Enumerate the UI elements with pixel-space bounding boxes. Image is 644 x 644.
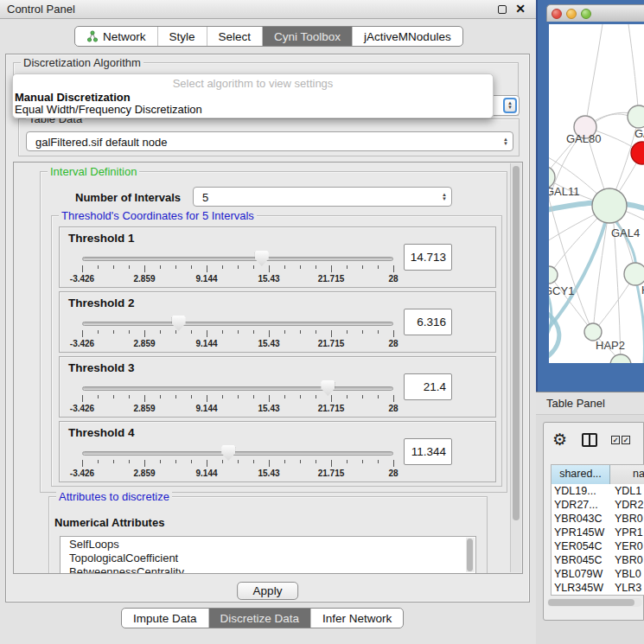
table-cell[interactable]: YER0 xyxy=(610,539,644,553)
tick-mark xyxy=(98,330,99,334)
table-row[interactable]: YBL079WYBL0 xyxy=(552,567,644,581)
slider-thumb[interactable] xyxy=(172,316,186,331)
tab-style[interactable]: Style xyxy=(157,27,207,46)
slider-track[interactable] xyxy=(82,451,393,456)
table-row[interactable]: YLR345WYLR3 xyxy=(552,581,644,595)
table-cell[interactable]: YBR0 xyxy=(610,553,644,567)
dropdown-option-equal-width[interactable]: Equal Width/Frequency Discretization xyxy=(15,103,202,116)
tab-jactivemnodules[interactable]: jActiveMNodules xyxy=(352,27,462,46)
table-cell[interactable]: YDR27... xyxy=(552,498,610,512)
table-cell[interactable]: YER054C xyxy=(552,539,610,553)
network-node[interactable] xyxy=(631,142,644,164)
checkbox-icon[interactable]: ✓ xyxy=(611,436,620,444)
table-row[interactable]: YBR045CYBR0 xyxy=(552,553,644,567)
threshold-slider[interactable]: -3.426 2.859 9.144 15.43 21.715 28 xyxy=(82,386,393,418)
settings-scrollbar[interactable] xyxy=(510,163,521,572)
tab-impute-data[interactable]: Impute Data xyxy=(122,609,208,628)
table-cell[interactable]: YDL19... xyxy=(552,484,610,498)
table-cell[interactable]: YDL1 xyxy=(610,484,644,498)
tick-mark xyxy=(331,460,332,467)
slider-thumb[interactable] xyxy=(221,445,235,461)
table-cell[interactable]: YLR345W xyxy=(552,581,610,595)
spinner-icon[interactable]: ▲ ▼ xyxy=(442,193,447,201)
table-cell[interactable]: YPR1 xyxy=(610,526,644,539)
spinner-icon[interactable]: ▲ ▼ xyxy=(503,137,508,146)
network-node[interactable] xyxy=(624,263,644,285)
network-node[interactable] xyxy=(628,105,644,128)
table-h-scrollbar[interactable] xyxy=(547,598,642,607)
table-cell[interactable]: YBR0 xyxy=(610,512,644,526)
slider-track[interactable] xyxy=(82,386,393,391)
scrollbar-thumb[interactable] xyxy=(513,166,520,520)
table-cell[interactable]: YIL0 xyxy=(610,595,644,596)
minimize-traffic-light-icon[interactable] xyxy=(566,9,577,19)
threshold-slider[interactable]: -3.426 2.859 9.144 15.43 21.715 28 xyxy=(82,322,393,353)
table-row[interactable]: YPR145WYPR1 xyxy=(552,526,644,539)
float-window-icon[interactable] xyxy=(498,5,507,14)
table-row[interactable]: YER054CYER0 xyxy=(552,539,644,553)
table-data-combobox[interactable]: galFiltered.sif default node ▲ ▼ xyxy=(26,131,513,151)
tick-mark xyxy=(160,395,161,399)
scrollbar-thumb[interactable] xyxy=(548,599,634,606)
tab-network[interactable]: Network xyxy=(75,27,157,46)
list-scrollbar[interactable] xyxy=(466,538,475,572)
threshold-slider[interactable]: -3.426 2.859 9.144 15.43 21.715 28 xyxy=(82,257,393,288)
threshold-value[interactable]: 11.344 xyxy=(404,438,452,465)
apply-button[interactable]: Apply xyxy=(237,582,299,600)
network-node[interactable] xyxy=(584,323,602,341)
arrow-down-icon: ▼ xyxy=(503,142,508,146)
table-cell[interactable]: YPR145W xyxy=(552,526,610,539)
zoom-traffic-light-icon[interactable] xyxy=(581,9,591,19)
slider-thumb[interactable] xyxy=(255,251,269,266)
tick-mark xyxy=(316,330,316,334)
tab-infer-network[interactable]: Infer Network xyxy=(310,609,403,628)
threshold-value[interactable]: 14.713 xyxy=(404,244,452,271)
slider-track[interactable] xyxy=(82,257,393,261)
threshold-value[interactable]: 21.4 xyxy=(404,373,452,400)
table-cell[interactable]: YBL0 xyxy=(610,567,644,581)
table-cell[interactable]: YBL079W xyxy=(552,567,610,581)
tick-mark xyxy=(238,265,239,269)
network-node[interactable] xyxy=(592,188,627,223)
threshold-value[interactable]: 6.316 xyxy=(404,309,452,335)
slider-thumb[interactable] xyxy=(321,380,335,396)
checkbox-icon[interactable]: ✓ xyxy=(622,436,630,444)
scrollbar-thumb[interactable] xyxy=(467,539,473,571)
list-item[interactable]: TopologicalCoefficient xyxy=(61,551,475,564)
close-traffic-light-icon[interactable] xyxy=(552,9,562,19)
tab-discretize-data[interactable]: Discretize Data xyxy=(208,609,311,628)
list-item[interactable]: SelfLoops xyxy=(61,537,475,551)
number-of-intervals-combobox[interactable]: 5 ▲ ▼ xyxy=(193,187,452,207)
network-window: GAL80GACGAL11GAL4GCY1HHAP2 xyxy=(536,0,644,392)
table-cell[interactable]: YLR3 xyxy=(610,581,644,595)
network-node[interactable] xyxy=(549,266,558,284)
tick-mark xyxy=(300,395,301,399)
tick-mark xyxy=(113,330,114,334)
table-cell[interactable]: YBR045C xyxy=(552,553,610,567)
combobox-value: 5 xyxy=(202,190,208,203)
network-node[interactable] xyxy=(610,354,631,363)
network-window-titlebar[interactable] xyxy=(546,4,644,22)
table-row[interactable]: YDR27...YDR2 xyxy=(552,498,644,512)
tick-label: -3.426 xyxy=(70,404,94,413)
table-row[interactable]: YBR043CYBR0 xyxy=(552,512,644,526)
tab-cyni-toolbox[interactable]: Cyni Toolbox xyxy=(262,27,352,46)
columns-icon[interactable] xyxy=(582,433,597,447)
list-item[interactable]: BetweennessCentrality xyxy=(61,564,475,574)
column-header[interactable]: na xyxy=(610,465,644,484)
table-cell[interactable]: YBR043C xyxy=(552,512,610,526)
table-row[interactable]: YIL052CYIL0 xyxy=(552,595,644,596)
spinner-icon[interactable]: ▲ ▼ xyxy=(503,98,517,113)
slider-track[interactable] xyxy=(82,322,393,326)
tab-select[interactable]: Select xyxy=(207,27,263,46)
threshold-slider[interactable]: -3.426 2.859 9.144 15.43 21.715 28 xyxy=(82,451,393,482)
gear-icon[interactable]: ⚙ xyxy=(552,430,567,450)
network-canvas[interactable]: GAL80GACGAL11GAL4GCY1HHAP2 xyxy=(549,24,644,363)
table-cell[interactable]: YIL052C xyxy=(552,595,610,596)
close-icon[interactable]: ✕ xyxy=(515,2,526,16)
table-cell[interactable]: YDR2 xyxy=(610,498,644,512)
table-row[interactable]: YDL19...YDL1 xyxy=(552,484,644,498)
attributes-list[interactable]: SelfLoops TopologicalCoefficient Between… xyxy=(60,536,476,574)
column-header[interactable]: shared... xyxy=(552,465,610,484)
dropdown-option-manual[interactable]: Manual Discretization xyxy=(15,91,131,104)
